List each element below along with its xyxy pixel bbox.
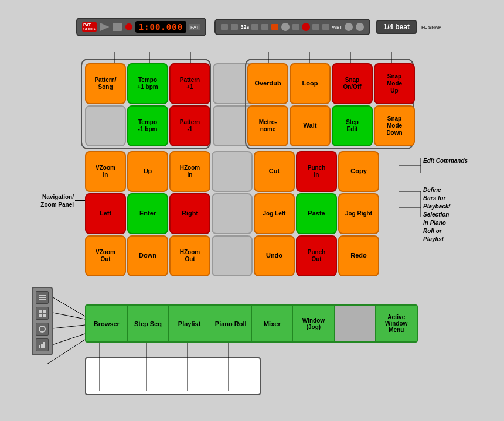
tab-mixer[interactable]: Mixer (252, 306, 294, 341)
beat-label: 1/4 beat (383, 23, 410, 31)
vzoom-in-btn[interactable]: VZoomIn (85, 151, 126, 192)
sidebar-icon-1[interactable] (36, 291, 49, 304)
knob-3[interactable] (356, 23, 364, 31)
ctrl-2[interactable] (231, 24, 238, 30)
overdub-btn[interactable]: Overdub (247, 63, 288, 104)
tab-step-seq[interactable]: Step Seq (128, 306, 169, 341)
svg-rect-23 (39, 314, 42, 317)
pattern-up-btn[interactable]: Pattern+1 (169, 63, 210, 104)
svg-rect-22 (43, 310, 46, 313)
transport-bar: PATSONG 1:00.000 PAT 32s WBT 1/4 beat FL… (76, 18, 441, 36)
sidebar-icon-4[interactable] (36, 338, 49, 351)
step-edit-btn[interactable]: StepEdit (332, 105, 373, 146)
nav-grid: VZoomIn Up HZoomIn Cut PunchIn Copy Left… (85, 151, 379, 276)
nav-gap-2 (212, 193, 253, 234)
knob-2[interactable] (345, 23, 353, 31)
ctrl-4[interactable] (261, 24, 268, 30)
paste-btn[interactable]: Paste (296, 193, 337, 234)
pattern-song-btn[interactable]: Pattern/ Song (85, 63, 126, 104)
tab-empty (335, 306, 376, 341)
tab-browser[interactable]: Browser (86, 306, 128, 341)
tab-window-jog[interactable]: Window(Jog) (293, 306, 335, 341)
down-btn[interactable]: Down (127, 235, 168, 276)
svg-rect-18 (39, 295, 46, 296)
top-left-grid: Pattern/ Song Tempo+1 bpm Pattern+1 Temp… (85, 63, 210, 146)
tempo-up-btn[interactable]: Tempo+1 bpm (127, 63, 168, 104)
tempo-down-btn[interactable]: Tempo-1 bpm (127, 105, 168, 146)
right-controls: 32s WBT (214, 19, 370, 35)
ctrl-6[interactable] (292, 24, 299, 30)
snap-mode-up-btn[interactable]: SnapModeUp (374, 63, 415, 104)
right-btn[interactable]: Right (169, 193, 210, 234)
ctrl-8[interactable] (322, 24, 329, 30)
pat-song-label: PATSONG (82, 22, 97, 32)
snap-onoff-btn[interactable]: SnapOn/Off (332, 63, 373, 104)
ctrl-5[interactable] (271, 24, 278, 30)
snap-mode-down-btn[interactable]: SnapModeDown (374, 105, 415, 146)
wait-btn[interactable]: Wait (290, 105, 331, 146)
tab-piano-roll[interactable]: Piano Roll (210, 306, 252, 341)
svg-rect-28 (43, 342, 45, 348)
vzoom-out-btn[interactable]: VZoomOut (85, 235, 126, 276)
stop-btn[interactable] (112, 22, 122, 32)
pat-label: PAT (189, 24, 200, 30)
enter-btn[interactable]: Enter (127, 193, 168, 234)
record-btn[interactable] (125, 23, 133, 31)
copy-btn[interactable]: Copy (338, 151, 379, 192)
empty-top-left (85, 105, 126, 146)
svg-rect-21 (39, 310, 42, 313)
knob-1[interactable] (281, 23, 290, 31)
nav-gap-1 (212, 151, 253, 192)
bottom-tabs: Browser Step Seq Playlist Piano Roll Mix… (85, 304, 418, 343)
tab-playlist[interactable]: Playlist (169, 306, 210, 341)
top-right-grid: Overdub Loop SnapOn/Off SnapModeUp Metro… (247, 63, 415, 146)
svg-rect-26 (39, 345, 40, 348)
tab-active-window[interactable]: ActiveWindowMenu (376, 306, 417, 341)
left-btn[interactable]: Left (85, 193, 126, 234)
jog-right-btn[interactable]: Jog Right (338, 193, 379, 234)
pattern-down-btn[interactable]: Pattern-1 (169, 105, 210, 146)
channel-display: 32s (240, 24, 249, 30)
undo-btn[interactable]: Undo (254, 235, 295, 276)
nav-gap-3 (212, 235, 253, 276)
metronome-btn[interactable]: Metro-nome (247, 105, 288, 146)
jog-left-btn[interactable]: Jog Left (254, 193, 295, 234)
nav-zoom-label: Navigation/Zoom Panel (5, 193, 74, 208)
sidebar-icon-3[interactable] (36, 323, 49, 336)
hzoom-in-btn[interactable]: HZoomIn (169, 151, 210, 192)
loop-btn[interactable]: Loop (290, 63, 331, 104)
play-btn[interactable] (99, 22, 110, 32)
pat-song-box: PATSONG 1:00.000 PAT (76, 18, 206, 36)
time-display: 1:00.000 (135, 21, 186, 33)
svg-rect-24 (43, 314, 46, 317)
svg-rect-27 (41, 344, 43, 348)
hzoom-out-btn[interactable]: HZoomOut (169, 235, 210, 276)
beat-display[interactable]: 1/4 beat (376, 20, 417, 34)
ctrl-7[interactable] (312, 24, 319, 30)
edit-commands-label: Edit Commands (423, 157, 468, 165)
svg-rect-19 (39, 297, 46, 298)
sidebar-icon-2[interactable] (36, 307, 49, 320)
up-btn[interactable]: Up (127, 151, 168, 192)
svg-point-25 (39, 326, 45, 332)
punch-in-btn[interactable]: PunchIn (296, 151, 337, 192)
redo-btn[interactable]: Redo (338, 235, 379, 276)
ctrl-1[interactable] (221, 24, 228, 30)
fl-snap-label: FL SNAP (421, 25, 441, 30)
wbt-label: WBT (332, 25, 342, 30)
define-bars-label: DefineBars forPlayback/Selectionin Piano… (423, 186, 450, 244)
red-indicator (302, 23, 310, 31)
svg-rect-20 (39, 299, 46, 300)
bottom-box (85, 357, 261, 395)
ctrl-3[interactable] (251, 24, 258, 30)
nav-connector-line (75, 200, 86, 201)
sidebar-icons (32, 287, 53, 355)
cut-btn[interactable]: Cut (254, 151, 295, 192)
punch-out-btn[interactable]: PunchOut (296, 235, 337, 276)
